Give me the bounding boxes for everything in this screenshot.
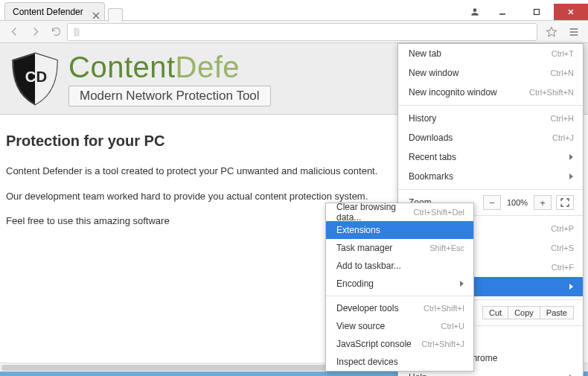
brand-title: ContentDefe (68, 51, 271, 84)
svg-rect-3 (534, 10, 540, 15)
svg-marker-14 (569, 284, 573, 290)
svg-text:D: D (36, 68, 48, 84)
chrome-menu-icon[interactable] (564, 23, 584, 41)
edit-cut-button[interactable]: Cut (482, 306, 508, 319)
window-maximize-button[interactable] (520, 4, 554, 20)
submenu-js-console[interactable]: JavaScript consoleCtrl+Shift+J (326, 335, 473, 353)
chevron-right-icon (568, 152, 574, 162)
zoom-in-button[interactable]: + (534, 195, 552, 210)
submenu-add-taskbar[interactable]: Add to taskbar... (326, 257, 473, 275)
submenu-task-manager[interactable]: Task managerShift+Esc (326, 239, 473, 257)
svg-marker-16 (460, 281, 464, 287)
menu-new-window[interactable]: New windowCtrl+N (398, 63, 583, 83)
submenu-view-source[interactable]: View sourceCtrl+U (326, 317, 473, 335)
menu-bookmarks[interactable]: Bookmarks (398, 167, 583, 186)
shield-logo-icon: C D (6, 50, 64, 108)
reload-button[interactable] (46, 23, 65, 41)
forward-button[interactable] (25, 23, 45, 41)
chevron-right-icon (568, 281, 574, 292)
menu-new-incognito[interactable]: New incognito windowCtrl+Shift+N (398, 83, 583, 102)
brand-tagline: Modern Network Protection Tool (68, 86, 271, 106)
menu-recent-tabs[interactable]: Recent tabs (398, 147, 583, 167)
chevron-right-icon (458, 278, 464, 289)
fullscreen-button[interactable] (556, 195, 574, 210)
window-minimize-button[interactable] (485, 4, 520, 20)
svg-marker-13 (569, 173, 573, 179)
bookmark-star-icon[interactable] (542, 23, 561, 41)
submenu-extensions[interactable]: Extensions (326, 221, 473, 239)
svg-marker-6 (546, 27, 556, 36)
edit-paste-button[interactable]: Paste (540, 306, 574, 319)
more-tools-submenu: Clear browsing data...Ctrl+Shift+Del Ext… (325, 203, 474, 372)
submenu-clear-browsing[interactable]: Clear browsing data...Ctrl+Shift+Del (326, 203, 473, 221)
back-button[interactable] (4, 23, 24, 41)
submenu-encoding[interactable]: Encoding (326, 275, 473, 293)
window-titlebar: Content Defender (0, 0, 588, 21)
submenu-inspect-devices[interactable]: Inspect devices (326, 353, 473, 371)
edit-copy-button[interactable]: Copy (508, 306, 540, 319)
zoom-out-button[interactable]: − (483, 195, 501, 210)
svg-marker-12 (569, 154, 573, 160)
chevron-right-icon (568, 171, 574, 182)
profile-icon[interactable] (464, 4, 485, 20)
address-bar[interactable] (67, 23, 537, 41)
close-tab-icon[interactable] (92, 7, 100, 15)
browser-tab[interactable]: Content Defender (4, 2, 105, 20)
tab-title: Content Defender (13, 7, 83, 17)
new-tab-button[interactable] (108, 8, 123, 22)
browser-toolbar (0, 21, 588, 43)
zoom-percent: 100% (501, 198, 534, 207)
window-close-button[interactable] (554, 4, 588, 20)
menu-downloads[interactable]: DownloadsCtrl+J (398, 128, 583, 147)
menu-history[interactable]: HistoryCtrl+H (398, 109, 583, 128)
menu-new-tab[interactable]: New tabCtrl+T (398, 44, 583, 63)
submenu-developer-tools[interactable]: Developer toolsCtrl+Shift+I (326, 299, 473, 317)
chevron-right-icon (568, 372, 574, 376)
svg-text:C: C (25, 68, 36, 84)
